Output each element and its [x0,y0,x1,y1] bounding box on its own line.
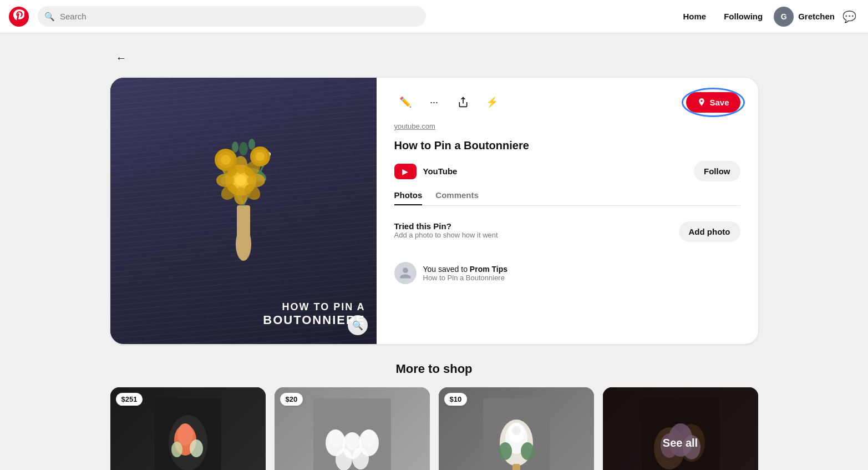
svg-point-44 [346,432,359,450]
more-options-icon[interactable]: ··· [423,91,445,113]
svg-point-38 [190,439,203,457]
youtube-icon [394,164,417,179]
shop-grid: $251 [110,387,758,470]
svg-point-14 [235,175,246,186]
saved-board: Prom Tips [470,265,507,274]
follow-button[interactable]: Follow [694,161,740,181]
pin-details: ✏️ ··· ⚡ Save [377,78,758,344]
svg-point-30 [232,141,238,153]
back-button[interactable]: ← [110,47,133,69]
svg-point-53 [512,426,521,435]
saved-action: saved to [438,265,468,274]
saved-by-line1: You saved to Prom Tips [423,265,508,274]
shop-item-2[interactable]: $20 [275,387,430,470]
pin-image-section: HOW TO PIN A BOUTONNIERE 🔍 [110,78,377,344]
svg-point-39 [171,442,182,457]
tried-subtext: Add a photo to show how it went [394,231,498,239]
svg-point-47 [336,448,352,470]
svg-rect-1 [237,205,250,250]
svg-point-55 [499,442,512,460]
svg-point-48 [352,447,369,469]
svg-point-36 [177,423,193,446]
saved-user: You [423,265,436,274]
saved-text: You saved to Prom Tips How to Pin a Bout… [423,265,508,282]
share-icon[interactable] [452,91,474,113]
source-url[interactable]: youtube.com [394,122,740,130]
youtube-label: YouTube [423,166,458,176]
svg-point-42 [329,429,342,447]
pin-actions-row: ✏️ ··· ⚡ Save [394,91,740,113]
more-to-shop-title: More to shop [110,362,758,376]
search-bar: 🔍 [38,6,426,27]
pinterest-logo[interactable] [9,7,29,27]
tabs-row: Photos Comments [394,190,740,206]
saved-subtitle: How to Pin a Boutonniere [423,274,508,282]
shop-price-1: $251 [116,393,143,406]
tried-heading: Tried this Pin? [394,221,498,231]
save-label: Save [709,98,729,107]
nav-home[interactable]: Home [676,7,713,26]
saved-user-avatar [394,262,417,284]
more-to-shop-section: More to shop $251 [110,362,758,470]
shop-price-3: $10 [444,393,468,406]
svg-rect-56 [512,464,520,470]
nav-following[interactable]: Following [717,7,769,26]
shop-item-3[interactable]: $10 [439,387,594,470]
nav-username: Gretchen [798,12,835,21]
save-button-wrap: Save [686,92,740,113]
svg-point-29 [239,142,248,155]
svg-point-25 [221,155,231,165]
svg-point-46 [362,429,375,447]
nav-avatar[interactable]: G [774,7,794,27]
tried-text: Tried this Pin? Add a photo to show how … [394,221,498,239]
header: 🔍 Home Following G Gretchen 💬 [0,0,868,33]
svg-point-31 [248,139,255,150]
messages-icon[interactable]: 💬 [839,7,859,27]
main-content: ← [101,33,767,470]
save-button[interactable]: Save [686,92,740,113]
see-all-overlay: See all [603,387,758,470]
lightning-icon[interactable]: ⚡ [481,91,503,113]
saved-by-row: You saved to Prom Tips How to Pin a Bout… [394,257,740,289]
tried-pin-row: Tried this Pin? Add a photo to show how … [394,215,740,249]
nav-links: Home Following G Gretchen 💬 [676,7,859,27]
edit-icon[interactable]: ✏️ [394,91,417,113]
tab-photos[interactable]: Photos [394,190,423,205]
shop-item-1[interactable]: $251 [110,387,266,470]
tab-comments[interactable]: Comments [435,190,479,205]
shop-price-2: $20 [280,393,303,406]
lens-search-icon[interactable]: 🔍 [348,315,368,335]
pin-title: How to Pin a Boutonniere [394,139,740,152]
shop-item-4[interactable]: See all [603,387,758,470]
pin-image: HOW TO PIN A BOUTONNIERE 🔍 [110,78,377,344]
svg-point-28 [256,152,265,161]
search-input[interactable] [38,6,426,27]
youtube-row: YouTube Follow [394,161,740,181]
svg-point-54 [521,442,534,460]
search-icon: 🔍 [44,12,55,22]
pin-card: HOW TO PIN A BOUTONNIERE 🔍 ✏️ ··· [110,78,758,344]
add-photo-button[interactable]: Add photo [679,221,740,242]
overlay-line1: HOW TO PIN A [263,301,365,313]
